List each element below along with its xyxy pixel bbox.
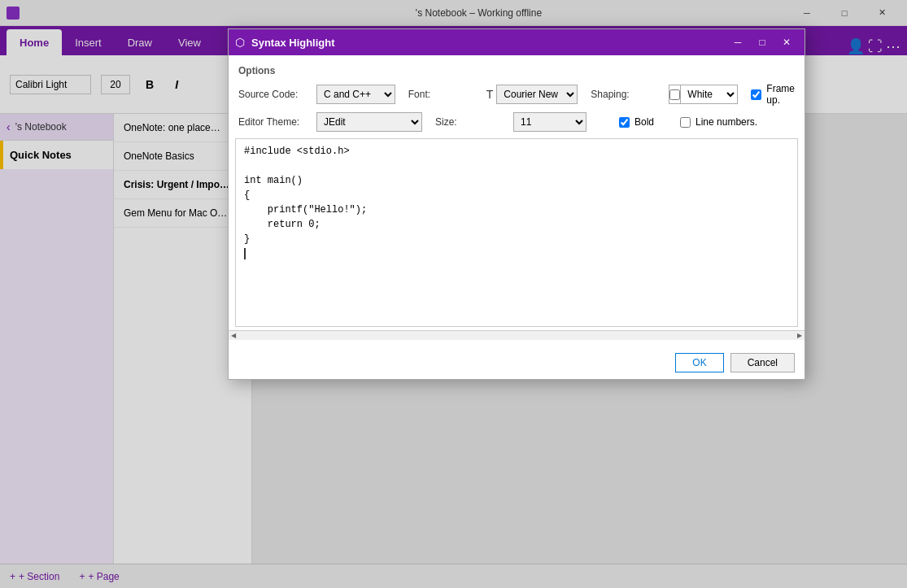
scroll-left-arrow[interactable]: ◀ bbox=[229, 331, 238, 341]
bold-label: Bold bbox=[634, 116, 654, 128]
syntax-highlight-dialog: ⬡ Syntax Highlight ─ □ ✕ Options Source … bbox=[228, 28, 805, 380]
frame-up-label: Frame up. bbox=[766, 83, 795, 106]
font-type-icon: T bbox=[486, 88, 494, 101]
size-select[interactable]: 8 9 10 11 12 14 bbox=[513, 112, 586, 132]
editor-line-2 bbox=[244, 159, 789, 173]
scroll-htrack[interactable] bbox=[238, 332, 795, 340]
bold-group: Bold bbox=[619, 116, 654, 128]
options-label: Options bbox=[229, 62, 805, 80]
dialog-title-left: ⬡ Syntax Highlight bbox=[235, 36, 335, 49]
editor-line-1: #include <stdio.h> bbox=[244, 144, 789, 159]
editor-hscrollbar[interactable]: ◀ ▶ bbox=[229, 330, 805, 340]
editor-line-3: int main() bbox=[244, 173, 789, 188]
ok-button[interactable]: OK bbox=[675, 353, 723, 372]
dialog-syntax-icon: ⬡ bbox=[235, 36, 245, 49]
shaping-checkbox[interactable] bbox=[669, 89, 680, 100]
dialog-titlebar: ⬡ Syntax Highlight ─ □ ✕ bbox=[229, 29, 805, 55]
dialog-close-button[interactable]: ✕ bbox=[775, 33, 798, 52]
text-cursor bbox=[244, 248, 246, 259]
frame-up-group: Frame up. bbox=[751, 83, 795, 106]
source-code-select[interactable]: C and C++ Java Python bbox=[316, 85, 395, 104]
dialog-minimize-button[interactable]: ─ bbox=[726, 33, 749, 52]
options-row-1: Source Code: C and C++ Java Python Font:… bbox=[229, 80, 805, 109]
code-editor-inner: #include <stdio.h> int main() { printf("… bbox=[236, 139, 797, 326]
font-field: T Courier New Consolas bbox=[486, 85, 578, 104]
scroll-right-arrow[interactable]: ▶ bbox=[795, 331, 805, 341]
code-editor-area[interactable]: #include <stdio.h> int main() { printf("… bbox=[235, 138, 798, 327]
font-label: Font: bbox=[408, 89, 473, 100]
line-numbers-group: Line numbers. bbox=[680, 116, 757, 128]
dialog-controls: ─ □ ✕ bbox=[726, 33, 798, 52]
shaping-field: White Black Grey bbox=[669, 85, 738, 104]
size-label: Size: bbox=[435, 116, 500, 128]
dialog-title-text: Syntax Highlight bbox=[251, 37, 335, 49]
shaping-label: Shaping: bbox=[591, 89, 656, 100]
cancel-button[interactable]: Cancel bbox=[730, 353, 795, 372]
editor-line-4: { bbox=[244, 188, 789, 203]
editor-cursor-line bbox=[244, 246, 789, 261]
editor-line-6: return 0; bbox=[244, 217, 789, 232]
editor-line-5: printf("Hello!"); bbox=[244, 203, 789, 217]
dialog-footer: OK Cancel bbox=[229, 346, 805, 379]
frame-up-checkbox[interactable] bbox=[751, 89, 761, 100]
shaping-select[interactable]: White Black Grey bbox=[680, 85, 737, 103]
editor-theme-label: Editor Theme: bbox=[238, 116, 303, 128]
line-numbers-checkbox[interactable] bbox=[680, 117, 691, 128]
line-numbers-label: Line numbers. bbox=[696, 116, 757, 128]
bold-checkbox[interactable] bbox=[619, 117, 630, 128]
options-row-2: Editor Theme: JEdit Default Dark Size: 8… bbox=[229, 109, 805, 135]
editor-theme-select[interactable]: JEdit Default Dark bbox=[316, 112, 422, 132]
dialog-maximize-button[interactable]: □ bbox=[751, 33, 774, 52]
source-code-label: Source Code: bbox=[238, 89, 303, 100]
font-select[interactable]: Courier New Consolas bbox=[496, 85, 578, 104]
editor-line-7: } bbox=[244, 232, 789, 246]
dialog-body: Options Source Code: C and C++ Java Pyth… bbox=[229, 55, 805, 346]
